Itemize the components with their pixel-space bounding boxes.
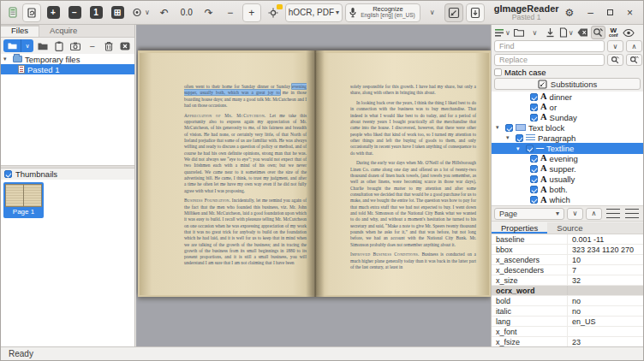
match-case-checkbox[interactable] [494,68,502,76]
substitutions-button[interactable]: Substitutions [494,78,641,90]
replace-input[interactable] [494,54,605,66]
insert-mode-dropdown[interactable]: ∨ [493,26,511,39]
delete-button[interactable] [102,39,116,52]
property-row[interactable]: langen_US [492,317,643,327]
tree-word-item[interactable]: Aor [492,102,643,112]
close-button[interactable]: × [627,7,633,19]
toggle-output-pane-button[interactable] [444,3,463,22]
tree-textline-item[interactable]: ▾—Textline [492,143,643,153]
collapse-all-button[interactable] [623,208,640,220]
expand-all-button[interactable] [605,208,621,220]
find-next-button[interactable]: ∨ [607,40,623,52]
image-controls-toggle-button[interactable] [264,3,283,22]
tab-acquire[interactable]: Acquire [39,25,87,37]
image-controls-dropdown[interactable]: ∨ [129,3,152,22]
property-row[interactable]: boldno [492,296,643,306]
open-recent-button[interactable] [36,39,50,52]
property-row[interactable]: x_size32 [492,275,643,286]
expander-icon[interactable]: ▾ [496,124,503,131]
tab-files[interactable]: Files [1,25,39,37]
page-combo[interactable]: Page ▾ [494,208,564,220]
plus-icon: + [248,7,254,19]
clear-all-button[interactable] [118,39,132,52]
prev-page-button[interactable]: ∧ [586,208,602,220]
screenshot-button[interactable] [69,39,82,52]
zoom-out-button[interactable]: − [65,3,84,22]
word-checkbox[interactable] [530,196,538,204]
find-replace-toggle[interactable] [591,26,605,39]
paste-button[interactable] [52,39,66,52]
tree-paragraph-item[interactable]: ▾Paragraph [492,133,643,143]
thumbnails-checkbox[interactable] [4,170,12,178]
scanned-book-image[interactable]: often went to their home for Sunday dinn… [138,50,491,297]
settings-button[interactable]: ⚙ [565,7,575,19]
property-value: 10 [567,255,643,264]
word-checkbox[interactable] [530,114,538,121]
export-dropdown[interactable]: ∨ [558,26,575,39]
output-mode-dropdown[interactable]: hOCR, PDF ▾ [285,3,343,22]
tree-word-item[interactable]: Awhich [492,195,643,205]
property-row[interactable]: baseline0.001 -11 [492,234,643,245]
tree-word-item[interactable]: Asupper. [492,164,643,175]
add-images-split-button[interactable]: ∨ [3,39,33,52]
open-hocr-button[interactable] [512,26,527,39]
word-checkbox[interactable] [530,93,538,101]
save-hocr-button[interactable] [543,26,558,39]
property-row[interactable]: x_font [492,327,643,337]
add-images-button[interactable] [3,39,21,52]
word-checkbox[interactable] [530,186,538,193]
paragraph-checkbox[interactable] [516,134,523,142]
word-checkbox[interactable] [530,104,538,111]
remove-page-button[interactable]: − [86,39,99,52]
property-row[interactable]: x_descenders7 [492,265,643,275]
replace-button[interactable] [607,54,623,66]
block-checkbox[interactable] [505,124,513,132]
document-canvas[interactable]: often went to their home for Sunday dinn… [136,25,492,346]
add-images-dropdown[interactable]: ∨ [21,39,33,52]
property-row[interactable]: x_ascenders10 [492,255,643,265]
property-row[interactable]: bbox323 234 1120 270 [492,245,643,255]
rotate-page-button[interactable] [22,3,41,22]
zoom-fit-button[interactable]: ⊞ [108,3,127,22]
word-checkbox[interactable] [530,155,538,163]
rotation-angle-spinner[interactable]: 0.0 [176,3,197,22]
word-checkbox[interactable] [530,165,538,173]
zoom-increase-button[interactable]: + [242,3,261,22]
batch-export-button[interactable] [466,3,485,22]
tab-source[interactable]: Source [547,222,592,234]
tree-word-item[interactable]: Ausually [492,175,643,185]
replace-all-button[interactable] [626,54,642,66]
maximize-button[interactable] [607,9,613,15]
recognize-button[interactable]: Recognize English [eng] (en_US) [345,3,420,22]
recognize-language-dropdown[interactable]: ∨ [423,3,442,22]
find-input[interactable] [494,40,605,52]
clear-output-button[interactable] [575,26,590,39]
word-checkbox[interactable] [530,175,538,183]
zoom-in-button[interactable]: + [44,3,63,22]
expander-icon[interactable]: ▾ [506,134,513,141]
property-section-row[interactable]: ocrx_word [492,286,643,296]
textline-checkbox[interactable] [526,145,534,152]
find-prev-button[interactable]: ∧ [626,40,642,52]
preview-toggle[interactable] [622,26,636,39]
tab-properties[interactable]: Properties [492,222,547,234]
next-page-button[interactable]: ∨ [567,208,583,220]
show-confidence-toggle[interactable]: Wconf [606,26,621,39]
tree-word-item[interactable]: Aboth. [492,185,643,195]
tree-node-pasted-1[interactable]: Pasted 1 [1,64,134,74]
rotate-cw-button[interactable]: ↷ [200,3,218,22]
tree-word-item[interactable]: ASunday [492,112,643,122]
zoom-decrease-button[interactable]: − [221,3,240,22]
property-row[interactable]: italicno [492,306,643,317]
tree-node-temporary-files[interactable]: ▾ Temporary files [1,54,134,64]
open-hocr-dropdown[interactable]: ∨ [528,26,542,39]
expander-icon[interactable]: ▾ [3,56,10,62]
zoom-original-button[interactable]: 1 [86,3,105,22]
tree-block-item[interactable]: ▾Text block [492,122,643,133]
thumbnail-page-1[interactable]: Page 1 [3,182,44,218]
tree-word-item[interactable]: Aevening [492,154,643,164]
minimize-button[interactable]: – [587,7,593,19]
expander-icon[interactable]: ▾ [516,145,523,152]
rotate-ccw-button[interactable]: ↶ [155,3,174,22]
tree-word-item[interactable]: Adinner [492,92,643,102]
